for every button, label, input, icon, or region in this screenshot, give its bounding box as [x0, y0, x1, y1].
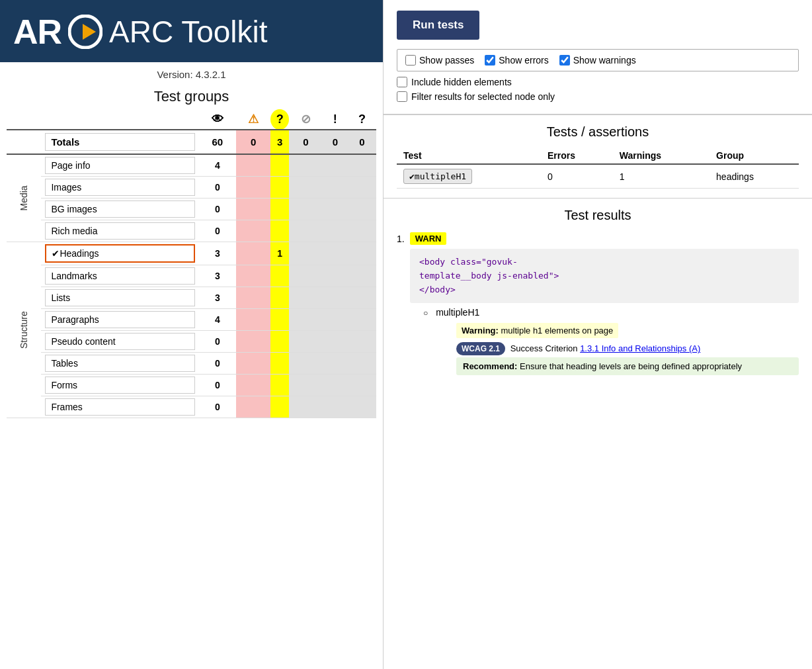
table-row: Rich media 0	[7, 220, 376, 242]
rich-media-label[interactable]: Rich media	[45, 222, 194, 240]
landmarks-label[interactable]: Landmarks	[45, 267, 194, 285]
wcag-line: WCAG 2.1 Success Criterion 1.3.1 Info an…	[456, 343, 799, 353]
bg-images-warn	[236, 199, 270, 220]
filter-selected-checkbox[interactable]	[397, 91, 407, 102]
bg-images-hidden	[289, 199, 323, 220]
totals-row: Totals 60 0 3 0 0 0	[7, 130, 376, 154]
assertion-test-cell[interactable]: ✔multipleH1	[397, 164, 541, 189]
run-tests-button[interactable]: Run tests	[397, 11, 479, 40]
bg-images-label[interactable]: BG images	[45, 201, 194, 218]
show-warnings-option[interactable]: Show warnings	[559, 55, 636, 66]
rich-media-name-cell[interactable]: Rich media	[41, 220, 198, 242]
bg-images-name-cell[interactable]: BG images	[41, 199, 198, 220]
page-info-q	[270, 154, 289, 177]
forms-hidden	[289, 375, 323, 396]
table-row: Pseudo content 0	[7, 331, 376, 353]
table-row: Paragraphs 4	[7, 309, 376, 331]
headings-warn	[236, 242, 270, 265]
pseudo-content-hidden	[289, 331, 323, 353]
warning-label: Warning:	[462, 326, 499, 335]
recommend-label: Recommend:	[463, 361, 517, 371]
show-errors-checkbox[interactable]	[485, 55, 495, 66]
right-panel: Run tests Show passes Show errors Show w…	[384, 0, 812, 669]
media-group-label: Media	[7, 154, 41, 242]
paragraphs-q2	[348, 309, 376, 331]
detail-item-label: multipleH1	[436, 307, 479, 318]
show-warnings-checkbox[interactable]	[559, 55, 570, 66]
recommend-block: Recommend: Ensure that heading levels ar…	[456, 357, 799, 375]
test-badge[interactable]: ✔multipleH1	[403, 169, 472, 184]
header-question-icon: ?	[270, 109, 289, 130]
forms-q	[270, 375, 289, 396]
lists-name-cell[interactable]: Lists	[41, 287, 198, 309]
version-text: Version: 4.3.2.1	[0, 62, 383, 83]
totals-name-cell: Totals	[41, 130, 198, 154]
frames-label[interactable]: Frames	[45, 398, 194, 416]
tables-name-cell[interactable]: Tables	[41, 353, 198, 375]
paragraphs-q	[270, 309, 289, 331]
forms-name-cell[interactable]: Forms	[41, 375, 198, 396]
lists-exclaim	[323, 287, 348, 309]
rich-media-hidden	[289, 220, 323, 242]
paragraphs-label[interactable]: Paragraphs	[45, 311, 194, 328]
headings-q: 1	[270, 242, 289, 265]
toolkit-text: ARC Toolkit	[109, 14, 267, 50]
lists-warn	[236, 287, 270, 309]
filter-selected-option[interactable]: Filter results for selected node only	[397, 91, 799, 102]
show-warnings-label: Show warnings	[573, 55, 636, 66]
pseudo-content-q	[270, 331, 289, 353]
frames-hidden	[289, 396, 323, 418]
pseudo-content-name-cell[interactable]: Pseudo content	[41, 331, 198, 353]
landmarks-name-cell[interactable]: Landmarks	[41, 265, 198, 287]
show-errors-option[interactable]: Show errors	[485, 55, 548, 66]
show-passes-checkbox[interactable]	[405, 55, 416, 66]
headings-name-cell[interactable]: ✔Headings	[41, 242, 198, 265]
frames-name-cell[interactable]: Frames	[41, 396, 198, 418]
page-info-label[interactable]: Page info	[45, 157, 194, 174]
images-name-cell[interactable]: Images	[41, 177, 198, 199]
bg-images-q2	[348, 199, 376, 220]
pseudo-content-label[interactable]: Pseudo content	[45, 333, 194, 350]
arc-logo: AR	[13, 12, 61, 52]
bg-images-count: 0	[199, 199, 236, 220]
include-hidden-option[interactable]: Include hidden elements	[397, 77, 799, 87]
empty-header	[7, 109, 199, 130]
tables-hidden	[289, 353, 323, 375]
assertions-table: Test Errors Warnings Group ✔multipleH1 0…	[397, 148, 799, 189]
forms-label[interactable]: Forms	[45, 377, 194, 394]
totals-q: 3	[270, 130, 289, 154]
assertions-area: Tests / assertions Test Errors Warnings …	[384, 115, 812, 199]
table-row: Landmarks 3	[7, 265, 376, 287]
result-number-row: 1. WARN	[397, 232, 799, 245]
header-exclaim-icon: !	[323, 109, 348, 130]
headings-hidden	[289, 242, 323, 265]
show-passes-option[interactable]: Show passes	[405, 55, 474, 66]
page-info-hidden	[289, 154, 323, 177]
structure-group-label: Structure	[7, 242, 41, 418]
totals-group-col	[7, 130, 41, 154]
table-row: Forms 0	[7, 375, 376, 396]
images-label[interactable]: Images	[45, 179, 194, 196]
controls-area: Run tests Show passes Show errors Show w…	[384, 0, 812, 115]
filter-selected-label: Filter results for selected node only	[411, 91, 555, 102]
arc-logo-icon	[68, 15, 102, 49]
include-hidden-label: Include hidden elements	[411, 77, 512, 87]
frames-count: 0	[199, 396, 236, 418]
lists-label[interactable]: Lists	[45, 289, 194, 306]
headings-label[interactable]: ✔Headings	[45, 244, 194, 263]
page-info-name-cell[interactable]: Page info	[41, 154, 198, 177]
rich-media-warn	[236, 220, 270, 242]
wcag-link[interactable]: 1.3.1 Info and Relationships (A)	[580, 343, 700, 353]
table-row: Frames 0	[7, 396, 376, 418]
include-hidden-checkbox[interactable]	[397, 77, 407, 87]
table-row: Structure ✔Headings 3 1	[7, 242, 376, 265]
display-options-row: Show passes Show errors Show warnings	[397, 49, 799, 71]
table-row: Media Page info 4	[7, 154, 376, 177]
show-errors-label: Show errors	[499, 55, 548, 66]
assertion-warnings-cell: 1	[613, 164, 710, 189]
detail-list-item: multipleH1 Warning: multiple h1 elements…	[423, 307, 799, 375]
column-header-row: 👁 ⚠ ? ⊘ ! ?	[7, 109, 376, 130]
headings-exclaim	[323, 242, 348, 265]
tables-label[interactable]: Tables	[45, 355, 194, 372]
paragraphs-name-cell[interactable]: Paragraphs	[41, 309, 198, 331]
